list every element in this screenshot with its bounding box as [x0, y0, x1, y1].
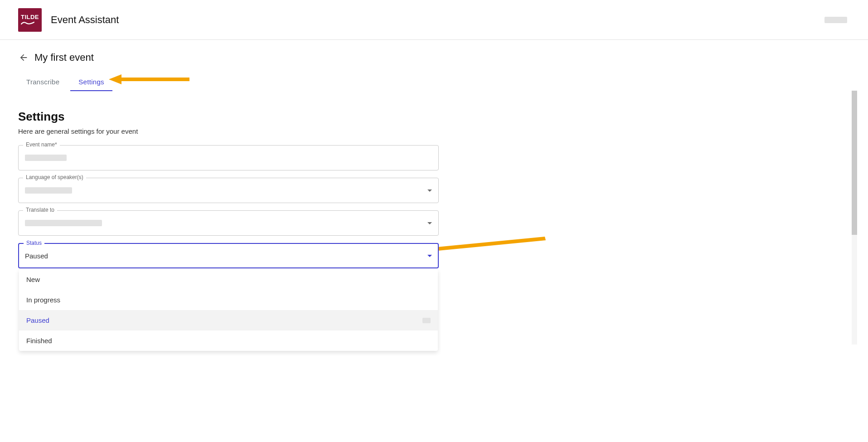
status-option-label: In progress — [26, 296, 60, 304]
status-option-label: New — [26, 276, 40, 283]
check-placeholder-icon — [422, 318, 431, 323]
page-top: My first event — [18, 40, 868, 63]
language-label: Language of speaker(s) — [23, 174, 86, 180]
app-title: Event Assistant — [51, 14, 119, 26]
tab-transcribe[interactable]: Transcribe — [18, 73, 68, 91]
page-title: My first event — [34, 52, 94, 63]
main-content: My first event Transcribe Settings Setti… — [0, 40, 868, 268]
translate-to-field[interactable]: Translate to — [18, 210, 439, 236]
logo-text: TILDE — [21, 14, 39, 25]
event-name-field[interactable]: Event name* — [18, 145, 439, 170]
event-name-label: Event name* — [23, 141, 60, 148]
chevron-down-icon — [427, 222, 432, 224]
status-option-paused[interactable]: Paused — [19, 310, 438, 330]
header-right — [824, 17, 847, 23]
settings-heading: Settings — [18, 110, 439, 124]
status-field[interactable]: Status Paused New In progress Paused Fin… — [18, 243, 439, 268]
scrollbar[interactable] — [852, 91, 857, 345]
chevron-down-icon — [427, 189, 432, 192]
logo-wave-icon — [21, 21, 34, 25]
language-field[interactable]: Language of speaker(s) — [18, 178, 439, 203]
app-header: TILDE Event Assistant — [0, 0, 868, 40]
status-option-finished[interactable]: Finished — [19, 330, 438, 351]
back-icon[interactable] — [18, 52, 29, 63]
scrollbar-thumb[interactable] — [852, 91, 857, 235]
settings-form: Settings Here are general settings for y… — [18, 110, 439, 268]
status-option-label: Finished — [26, 337, 52, 345]
tabs: Transcribe Settings — [18, 73, 868, 92]
event-name-value — [25, 155, 67, 161]
app-logo: TILDE — [18, 8, 42, 32]
language-value — [25, 187, 72, 194]
chevron-down-icon — [427, 255, 432, 257]
settings-subheading: Here are general settings for your event — [18, 127, 439, 135]
tab-settings[interactable]: Settings — [70, 73, 112, 91]
status-option-in-progress[interactable]: In progress — [19, 290, 438, 310]
header-account-placeholder[interactable] — [824, 17, 847, 23]
status-label: Status — [24, 240, 44, 246]
status-option-label: Paused — [26, 316, 49, 324]
translate-to-label: Translate to — [23, 207, 57, 213]
logo-name: TILDE — [21, 14, 39, 20]
status-dropdown: New In progress Paused Finished — [19, 269, 438, 351]
translate-to-value — [25, 220, 102, 226]
status-option-new[interactable]: New — [19, 269, 438, 290]
status-value: Paused — [25, 252, 48, 260]
